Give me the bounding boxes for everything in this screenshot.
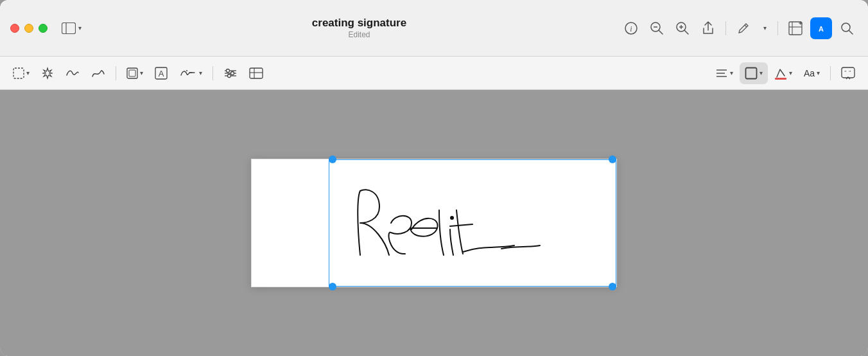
layout-button[interactable]	[785, 17, 806, 39]
svg-rect-36	[745, 67, 756, 78]
shapes-chevron-icon: ▾	[140, 69, 143, 76]
handle-top-right[interactable]	[609, 156, 616, 163]
handle-bottom-left[interactable]	[329, 283, 336, 290]
layout-icon	[788, 21, 803, 35]
signature-drawing	[322, 172, 546, 274]
shapes-icon	[126, 67, 138, 79]
notes-icon: " "	[841, 67, 855, 80]
freehand-button[interactable]	[60, 62, 85, 84]
select-tool-button[interactable]: ▾	[8, 62, 35, 84]
svg-point-27	[227, 69, 230, 72]
title-block: creating signature Edited	[98, 17, 620, 39]
zoom-in-button[interactable]	[672, 17, 693, 39]
svg-point-28	[231, 71, 234, 75]
markup-chevron-button[interactable]: ▾	[758, 17, 771, 39]
app-window: ▾ creating signature Edited i	[0, 0, 868, 356]
divider-end	[830, 66, 831, 80]
svg-rect-38	[842, 67, 855, 78]
zoom-out-button[interactable]	[646, 17, 668, 39]
share-button[interactable]	[697, 17, 719, 39]
svg-line-11	[745, 25, 747, 27]
color-chevron-icon: ▾	[789, 69, 792, 76]
info-button[interactable]: i	[620, 17, 642, 39]
border-icon	[745, 67, 758, 80]
font-button[interactable]: Aa ▾	[799, 62, 825, 84]
share-icon	[702, 21, 715, 35]
svg-rect-37	[775, 78, 786, 80]
align-chevron-icon: ▾	[730, 69, 733, 76]
freehand-icon	[65, 67, 80, 79]
zoom-out-icon	[650, 21, 664, 35]
svg-text:A: A	[819, 24, 824, 32]
svg-line-10	[684, 30, 688, 34]
svg-point-29	[228, 74, 231, 77]
svg-text:": "	[849, 69, 851, 76]
align-icon	[715, 68, 728, 78]
zoom-in-icon	[675, 21, 690, 35]
divider-2	[777, 21, 778, 35]
divider-shapes	[116, 66, 116, 80]
border-chevron-icon: ▾	[759, 69, 763, 76]
titlebar: ▾ creating signature Edited i	[0, 0, 868, 57]
annotation-toolbar: ▾ ▾	[0, 57, 868, 90]
maximize-button[interactable]	[39, 24, 48, 33]
freehand2-icon	[91, 67, 105, 79]
divider-adjustments	[213, 66, 213, 80]
svg-rect-17	[13, 68, 24, 78]
markup-button[interactable]	[733, 17, 754, 39]
color-button[interactable]: ▾	[769, 62, 797, 84]
page-layout-icon	[249, 67, 263, 79]
svg-line-16	[849, 30, 853, 34]
signature-button[interactable]: ▾	[174, 62, 207, 84]
signature-area	[252, 159, 616, 287]
select-chevron-icon: ▾	[26, 69, 30, 76]
svg-rect-12	[789, 22, 802, 35]
toolbar-right: i	[620, 17, 858, 39]
page-layout-button[interactable]	[244, 62, 268, 84]
text-icon: A	[155, 67, 168, 80]
handle-top-left[interactable]	[329, 156, 336, 163]
sidebar-chevron-icon: ▾	[78, 24, 82, 31]
color-icon	[774, 67, 787, 80]
freehand2-button[interactable]	[86, 62, 110, 84]
minimize-button[interactable]	[24, 24, 33, 33]
markup-icon	[737, 22, 750, 35]
font-chevron-icon: ▾	[817, 69, 820, 76]
search-button[interactable]	[836, 17, 858, 39]
signature-container[interactable]	[251, 159, 617, 287]
svg-rect-19	[129, 70, 135, 76]
traffic-lights	[10, 24, 48, 33]
font-label: Aa	[804, 68, 815, 78]
adjustments-icon	[223, 67, 238, 79]
main-content	[0, 90, 868, 356]
annotate-icon: A	[815, 22, 828, 35]
svg-rect-30	[250, 68, 263, 78]
adjustments-button[interactable]	[218, 62, 243, 84]
divider-1	[725, 21, 726, 35]
signature-chevron-icon: ▾	[199, 69, 202, 76]
search-icon	[840, 22, 853, 35]
info-icon: i	[625, 22, 638, 35]
sidebar-icon	[62, 22, 76, 34]
svg-point-23	[186, 70, 187, 71]
select-icon	[13, 67, 24, 79]
handle-bottom-right[interactable]	[609, 283, 616, 290]
magic-select-button[interactable]	[36, 62, 59, 84]
document-status: Edited	[348, 30, 370, 39]
text-button[interactable]: A	[150, 62, 173, 84]
annotate-button[interactable]: A	[810, 17, 832, 39]
svg-point-41	[450, 216, 454, 220]
border-button[interactable]: ▾	[740, 62, 768, 84]
sidebar-toggle-button[interactable]: ▾	[58, 20, 85, 37]
svg-text:A: A	[159, 69, 164, 78]
align-button[interactable]: ▾	[710, 62, 738, 84]
close-button[interactable]	[10, 24, 19, 33]
notes-button[interactable]: " "	[836, 62, 860, 84]
svg-rect-18	[127, 68, 137, 78]
svg-line-6	[659, 30, 663, 34]
svg-text:": "	[844, 69, 847, 76]
svg-rect-0	[62, 22, 76, 33]
shapes-button[interactable]: ▾	[121, 62, 148, 84]
markup-chevron-icon: ▾	[763, 24, 767, 31]
magic-select-icon	[41, 67, 54, 80]
